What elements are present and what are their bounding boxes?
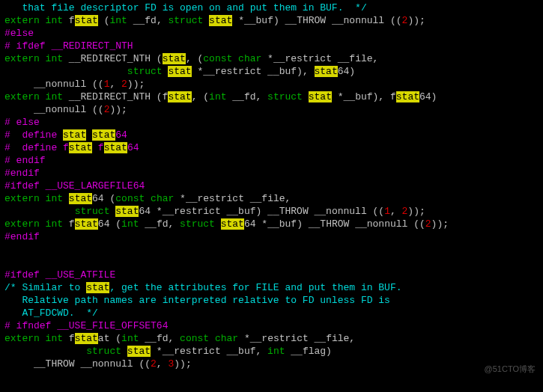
code-line: __nonnull ((2)); (4, 103, 539, 116)
code-line: # else (4, 116, 539, 129)
watermark: @51CTO博客 (485, 363, 536, 376)
code-line: struct stat *__restrict __buf), stat64) (4, 65, 539, 78)
code-line: Relative path names are interpreted rela… (4, 294, 539, 307)
code-line: extern int __REDIRECT_NTH (fstat, (int _… (4, 91, 539, 103)
code-line: # ifdef __REDIRECT_NTH (4, 40, 539, 52)
code-line: extern int __REDIRECT_NTH (stat, (const … (4, 52, 539, 65)
code-line: /* Similar to stat, get the attributes f… (4, 281, 539, 294)
code-line: # define fstat fstat64 (4, 141, 539, 154)
code-line: #else (4, 27, 539, 40)
code-line: extern int fstatat (int __fd, const char… (4, 332, 539, 345)
code-line: AT_FDCWD. */ (4, 307, 539, 319)
code-line: #endif (4, 230, 539, 243)
code-line: struct stat64 *__restrict __buf) __THROW… (4, 205, 539, 218)
code-line: that file descriptor FD is open on and p… (4, 1, 539, 14)
code-line: #ifdef __USE_LARGEFILE64 (4, 180, 539, 192)
code-line (4, 256, 539, 269)
code-line: extern int fstat (int __fd, struct stat … (4, 14, 539, 27)
code-line: extern int fstat64 (int __fd, struct sta… (4, 218, 539, 230)
code-line: # endif (4, 154, 539, 167)
code-line: __THROW __nonnull ((2, 3)); (4, 358, 539, 370)
code-line: __nonnull ((1, 2)); (4, 78, 539, 91)
code-line (4, 243, 539, 256)
code-line: # ifndef __USE_FILE_OFFSET64 (4, 319, 539, 332)
code-line: # define stat stat64 (4, 129, 539, 141)
code-line: extern int stat64 (const char *__restric… (4, 192, 539, 205)
code-line: #ifdef __USE_ATFILE (4, 269, 539, 281)
code-line: struct stat *__restrict __buf, int __fla… (4, 345, 539, 358)
code-line: #endif (4, 167, 539, 180)
